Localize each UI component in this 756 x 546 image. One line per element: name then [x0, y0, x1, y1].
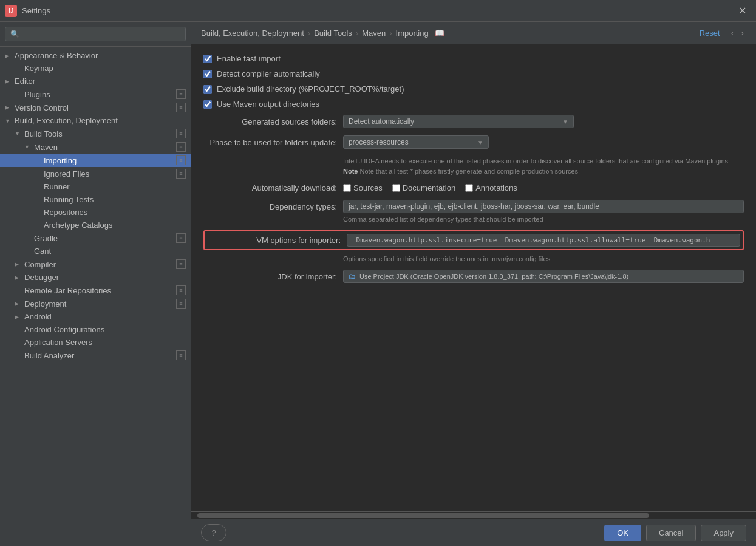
annotations-check[interactable]: Annotations: [465, 183, 517, 193]
sidebar-item-build-execution[interactable]: ▼ Build, Execution, Deployment: [0, 114, 191, 127]
sidebar-item-compiler[interactable]: ▶ Compiler ≡: [0, 258, 191, 271]
item-badge: ≡: [176, 89, 186, 99]
jdk-importer-row: JDK for importer: 🗂 Use Project JDK (Ora…: [203, 270, 744, 283]
sidebar-item-repositories[interactable]: Repositories: [0, 206, 191, 219]
expand-icon: ▶: [15, 314, 24, 320]
sidebar-item-android[interactable]: ▶ Android: [0, 310, 191, 323]
cancel-button[interactable]: Cancel: [646, 525, 696, 541]
item-badge: ≡: [176, 285, 186, 295]
settings-panel: Build, Execution, Deployment › Build Too…: [191, 22, 756, 546]
bottom-bar: ? OK Cancel Apply: [191, 519, 756, 546]
annotations-checkbox[interactable]: [465, 184, 473, 192]
maven-output-checkbox[interactable]: [203, 100, 212, 109]
sidebar-item-label: Remote Jar Repositories: [24, 286, 174, 295]
nav-forward-button[interactable]: ›: [738, 27, 746, 39]
detect-compiler-label[interactable]: Detect compiler automatically: [217, 69, 320, 78]
item-badge: ≡: [176, 103, 186, 112]
generated-sources-dropdown[interactable]: Detect automatically ▼: [343, 115, 574, 128]
documentation-checkbox[interactable]: [392, 184, 400, 192]
sidebar-item-plugins[interactable]: Plugins ≡: [0, 87, 191, 101]
sidebar-item-label: Android: [24, 312, 186, 321]
sidebar-item-label: Version Control: [15, 103, 174, 112]
breadcrumb-sep-2: ›: [356, 29, 358, 38]
checkbox-exclude-build: Exclude build directory (%PROJECT_ROOT%/…: [203, 84, 744, 94]
sidebar-item-label: Archetype Catalogs: [44, 220, 186, 230]
sidebar-item-debugger[interactable]: ▶ Debugger: [0, 271, 191, 284]
sidebar-item-label: Gradle: [34, 234, 174, 243]
horizontal-scrollbar[interactable]: [191, 511, 756, 519]
sidebar-item-appearance[interactable]: ▶ Appearance & Behavior: [0, 49, 191, 62]
sidebar-item-label: Compiler: [24, 260, 174, 269]
sidebar-item-keymap[interactable]: Keymap: [0, 62, 191, 75]
sidebar-item-build-analyzer[interactable]: Build Analyzer ≡: [0, 349, 191, 362]
exclude-build-label[interactable]: Exclude build directory (%PROJECT_ROOT%/…: [217, 84, 404, 94]
jdk-value: Use Project JDK (Oracle OpenJDK version …: [359, 273, 628, 280]
detect-compiler-checkbox[interactable]: [203, 70, 212, 78]
sidebar-item-version-control[interactable]: ▶ Version Control ≡: [0, 101, 191, 114]
fast-import-label[interactable]: Enable fast import: [217, 54, 281, 63]
fast-import-checkbox[interactable]: [203, 55, 212, 63]
sidebar-item-label: Build, Execution, Deployment: [15, 116, 186, 125]
sidebar-item-deployment[interactable]: ▶ Deployment ≡: [0, 297, 191, 310]
sidebar-item-label: Editor: [15, 77, 186, 86]
breadcrumb-sep-1: ›: [308, 29, 310, 38]
item-badge: ≡: [176, 169, 186, 179]
sidebar: ▶ Appearance & Behavior Keymap ▶ Editor …: [0, 22, 191, 546]
sidebar-item-runner[interactable]: Runner: [0, 180, 191, 193]
sidebar-item-importing[interactable]: Importing ≡: [0, 154, 191, 167]
sources-check[interactable]: Sources: [343, 183, 383, 193]
sidebar-item-label: Debugger: [24, 273, 186, 282]
auto-download-row: Automatically download: Sources Document…: [203, 183, 744, 193]
item-badge: ≡: [176, 142, 186, 152]
sidebar-item-label: Running Tests: [44, 195, 186, 204]
phase-update-label: Phase to be used for folders update:: [203, 138, 337, 147]
sidebar-item-label: Gant: [34, 247, 186, 256]
sidebar-item-app-servers[interactable]: Application Servers: [0, 336, 191, 349]
sidebar-item-label: Android Configurations: [24, 325, 186, 334]
sidebar-item-remote-jar[interactable]: Remote Jar Repositories ≡: [0, 284, 191, 297]
sidebar-item-editor[interactable]: ▶ Editor: [0, 75, 191, 87]
dependency-types-label: Dependency types:: [203, 202, 337, 211]
maven-output-label[interactable]: Use Maven output directories: [217, 100, 319, 109]
chevron-down-icon: ▼: [562, 118, 568, 125]
settings-content: Enable fast import Detect compiler autom…: [191, 44, 756, 511]
expand-icon: ▶: [5, 104, 15, 111]
main-content: ▶ Appearance & Behavior Keymap ▶ Editor …: [0, 22, 756, 546]
chevron-down-icon: ▼: [477, 139, 483, 146]
sidebar-item-label: Appearance & Behavior: [15, 51, 186, 60]
sidebar-item-ignored-files[interactable]: Ignored Files ≡: [0, 167, 191, 180]
expand-icon: ▶: [15, 275, 24, 281]
nav-back-button[interactable]: ‹: [729, 27, 737, 39]
sources-checkbox[interactable]: [343, 184, 351, 192]
search-input[interactable]: [5, 27, 186, 41]
expand-icon: ▶: [5, 53, 15, 59]
sidebar-item-gant[interactable]: Gant: [0, 245, 191, 258]
apply-button[interactable]: Apply: [701, 525, 746, 541]
settings-window: IJ Settings ✕ ▶ Appearance & Behavior Ke…: [0, 0, 756, 546]
documentation-check[interactable]: Documentation: [392, 183, 455, 193]
sidebar-tree: ▶ Appearance & Behavior Keymap ▶ Editor …: [0, 47, 191, 546]
sidebar-item-gradle[interactable]: Gradle ≡: [0, 231, 191, 245]
window-title: Settings: [22, 6, 734, 15]
note-text: Note that all test-* phases firstly gene…: [360, 168, 581, 175]
note-label: Note: [343, 168, 358, 175]
exclude-build-checkbox[interactable]: [203, 85, 212, 94]
jdk-selector[interactable]: 🗂 Use Project JDK (Oracle OpenJDK versio…: [343, 270, 744, 283]
expand-icon: ▼: [24, 144, 34, 150]
help-button[interactable]: ?: [201, 524, 226, 541]
sidebar-item-build-tools[interactable]: ▼ Build Tools ≡: [0, 127, 191, 140]
sidebar-item-label: Importing: [44, 156, 174, 165]
sidebar-item-archetype-catalogs[interactable]: Archetype Catalogs: [0, 219, 191, 231]
sidebar-item-running-tests[interactable]: Running Tests: [0, 193, 191, 206]
ok-button[interactable]: OK: [604, 525, 641, 541]
item-badge: ≡: [176, 259, 186, 269]
expand-icon: ▼: [5, 118, 15, 124]
vm-options-input[interactable]: [347, 234, 740, 247]
phase-update-dropdown[interactable]: process-resources ▼: [343, 135, 489, 149]
sidebar-item-android-configs[interactable]: Android Configurations: [0, 323, 191, 336]
expand-icon: ▼: [15, 131, 24, 137]
reset-button[interactable]: Reset: [700, 29, 720, 38]
expand-icon: ▶: [15, 261, 24, 267]
close-button[interactable]: ✕: [734, 2, 751, 19]
sidebar-item-maven[interactable]: ▼ Maven ≡: [0, 140, 191, 154]
